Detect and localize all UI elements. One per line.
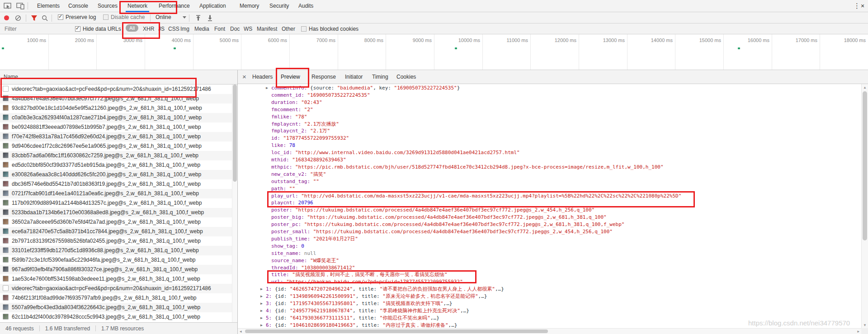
checkbox-checked-icon[interactable] bbox=[58, 14, 63, 20]
inspect-element-icon[interactable] bbox=[4, 2, 12, 9]
preserve-log-checkbox[interactable]: Preserve log bbox=[58, 14, 96, 21]
request-row[interactable]: 4a4db847e4aef36e407bdf3ec97cf772.jpeg@s_… bbox=[0, 94, 232, 103]
preview-horizontal-scrollbar[interactable]: ◂ ▸ bbox=[238, 328, 861, 334]
hide-data-urls-label[interactable]: Hide data URLs bbox=[83, 26, 121, 32]
device-toolbar-icon[interactable] bbox=[16, 2, 24, 9]
detail-tab-preview[interactable]: Preview bbox=[281, 74, 300, 80]
filter-type-other[interactable]: Other bbox=[282, 26, 295, 32]
request-row[interactable]: 62c11b4d2f400dc39789428ccc5c9943.jpeg@s_… bbox=[0, 312, 232, 322]
expand-arrow-icon[interactable]: ▶ bbox=[260, 286, 266, 293]
filter-type-all[interactable]: All bbox=[126, 25, 138, 31]
kebab-menu-icon[interactable]: ⋮ bbox=[854, 2, 860, 10]
detail-tab-initiator[interactable]: Initiator bbox=[345, 74, 363, 80]
request-row[interactable]: 967ad9f03efb4fa7906a886f830327ce.jpeg@s_… bbox=[0, 265, 232, 274]
request-row[interactable]: ed5dc02bbf850cf39d3377d51eb915da.jpeg@s_… bbox=[0, 160, 232, 170]
filter-input[interactable] bbox=[4, 25, 73, 33]
request-row[interactable]: e300826a6eaa3c8c140ddd626c5fc200.jpeg@s_… bbox=[0, 170, 232, 179]
filter-type-css[interactable]: CSS bbox=[168, 26, 179, 32]
detail-tab-cookies[interactable]: Cookies bbox=[396, 74, 416, 80]
main-tab-elements[interactable]: Elements bbox=[37, 3, 60, 9]
main-tab-memory[interactable]: Memory bbox=[240, 3, 259, 9]
filter-type-doc[interactable]: Doc bbox=[230, 26, 240, 32]
scrollbar-thumb[interactable] bbox=[245, 329, 548, 333]
scrollbar-thumb[interactable] bbox=[863, 91, 867, 240]
checkbox-checked-icon[interactable] bbox=[75, 26, 80, 32]
close-devtools-icon[interactable]: × bbox=[861, 2, 864, 9]
main-tab-console[interactable]: Console bbox=[68, 3, 88, 9]
request-row[interactable]: 74b6f213f1f08ad99de7f6935797afb9.jpeg@s_… bbox=[0, 293, 232, 303]
main-tab-application[interactable]: Application bbox=[199, 3, 226, 9]
has-blocked-cookies-label[interactable]: Has blocked cookies bbox=[309, 26, 359, 32]
filter-type-font[interactable]: Font bbox=[214, 26, 225, 32]
filter-type-js[interactable]: JS bbox=[158, 26, 165, 32]
main-tab-security[interactable]: Security bbox=[269, 3, 289, 9]
scroll-left-icon[interactable]: ◂ bbox=[240, 329, 242, 334]
expand-arrow-icon[interactable]: ▶ bbox=[260, 307, 266, 315]
filter-type-ws[interactable]: WS bbox=[244, 26, 252, 32]
request-row[interactable]: 0721f7fcab901df14ee1a40121a0ea6c.jpeg@s_… bbox=[0, 189, 232, 198]
main-tab-performance[interactable]: Performance bbox=[159, 3, 190, 9]
request-row[interactable]: 33101ef233ff59db1270d5c1d8936c88.jpeg@s_… bbox=[0, 246, 232, 255]
timeline-gridline bbox=[675, 34, 675, 70]
request-row[interactable]: 93c827bd00e18c1d104de5e9f5a21260.jpeg@s_… bbox=[0, 103, 232, 113]
throttling-select[interactable]: Online bbox=[156, 14, 186, 21]
request-row[interactable]: 117b092f09d889491a2144b84d13257c.jpeg@s_… bbox=[0, 198, 232, 208]
request-row[interactable]: 5507a99efbc43ed3da8034f36226643c.jpeg@s_… bbox=[0, 303, 232, 312]
expand-arrow-icon[interactable]: ▶ bbox=[260, 300, 266, 307]
request-row[interactable]: 9d9406cdee1f72c8c26967ee5e1a9065.jpeg@s_… bbox=[0, 141, 232, 151]
request-row[interactable]: ece6a7182470e57c5a8b371b41cc7844.jpeg@s_… bbox=[0, 227, 232, 236]
request-row[interactable]: 5233bdaa1b7134b6e1710e00368a8ed8.jpeg@s_… bbox=[0, 208, 232, 217]
disable-cache-checkbox[interactable]: Disable cache bbox=[103, 14, 145, 21]
request-row[interactable]: c0a0b3e3ca262934f40a1287cae271b4.jpeg@s_… bbox=[0, 113, 232, 122]
filter-type-selected-pill[interactable]: All bbox=[126, 24, 138, 32]
expand-arrow-icon[interactable]: ▶ bbox=[260, 315, 266, 322]
request-row[interactable]: 36502a7a8ceee95d360b7e5fd4f2a7ad.jpeg@s_… bbox=[0, 217, 232, 227]
preserve-log-label[interactable]: Preserve log bbox=[66, 14, 96, 20]
request-row[interactable]: be09248881ff3eeead07898e51b995b7.jpeg@s_… bbox=[0, 122, 232, 132]
filter-type-manifest[interactable]: Manifest bbox=[257, 26, 277, 32]
expand-arrow-icon[interactable]: ▶ bbox=[260, 322, 266, 328]
main-tab-network[interactable]: Network bbox=[127, 3, 147, 9]
expand-arrow-icon[interactable]: ▶ bbox=[260, 293, 266, 300]
main-tab-sources[interactable]: Sources bbox=[98, 3, 118, 9]
throttling-value[interactable]: Online bbox=[156, 14, 171, 20]
scroll-right-icon[interactable]: ▸ bbox=[857, 329, 859, 334]
filter-type-xhr[interactable]: XHR bbox=[143, 26, 154, 32]
request-row[interactable]: videorec?tab=gaoxiao&act=pcFeed&pd=pc&nu… bbox=[0, 284, 232, 293]
detail-tab-headers[interactable]: Headers bbox=[252, 74, 273, 80]
network-overview-strip[interactable]: 1000 ms2000 ms3000 ms4000 ms5000 ms6000 … bbox=[0, 34, 868, 70]
expand-arrow-icon[interactable]: ▶ bbox=[266, 85, 271, 92]
scrollbar-thumb[interactable] bbox=[233, 85, 237, 182]
request-row[interactable]: videorec?tab=gaoxiao&act=pcFeed&pd=pc&nu… bbox=[0, 85, 232, 94]
request-name: ed5dc02bbf850cf39d3377d51eb915da.jpeg@s_… bbox=[12, 162, 200, 168]
scroll-up-icon[interactable]: ▴ bbox=[862, 85, 868, 89]
request-row[interactable]: 83cbb57ad6a06fbc1ff16030862c7259.jpeg@s_… bbox=[0, 151, 232, 160]
checkbox-unchecked-icon[interactable] bbox=[103, 14, 108, 20]
close-detail-icon[interactable]: × bbox=[242, 73, 246, 80]
checkbox-unchecked-icon[interactable] bbox=[301, 26, 307, 32]
record-network-log-button[interactable] bbox=[4, 15, 9, 20]
disable-cache-label[interactable]: Disable cache bbox=[111, 14, 145, 20]
scroll-down-icon[interactable]: ▾ bbox=[862, 323, 868, 327]
main-tab-audits[interactable]: Audits bbox=[298, 3, 313, 9]
requests-scrollbar[interactable] bbox=[232, 85, 237, 322]
name-column-header[interactable]: Name bbox=[0, 70, 237, 85]
hide-data-urls-checkbox[interactable]: Hide data URLs bbox=[75, 26, 121, 33]
request-row[interactable]: f70e742f8e831a78a17c456d92e60d24.jpeg@s_… bbox=[0, 132, 232, 141]
preview-vertical-scrollbar[interactable]: ▴ ▾ bbox=[861, 84, 868, 328]
has-blocked-cookies-checkbox[interactable]: Has blocked cookies bbox=[301, 26, 359, 33]
filter-funnel-icon[interactable] bbox=[31, 15, 38, 21]
request-row[interactable]: 1ae53c4e7600bff5341598ab3edeee11.jpeg@s_… bbox=[0, 274, 232, 284]
import-har-icon[interactable] bbox=[195, 15, 201, 21]
request-row[interactable]: f589b72c3e1fcf5390efaa5c229d46fa.jpeg@s_… bbox=[0, 255, 232, 265]
export-har-icon[interactable] bbox=[207, 15, 213, 21]
search-icon[interactable] bbox=[42, 15, 48, 21]
request-row[interactable]: 2b7971c83139f2675598b526bfa02455.jpeg@s_… bbox=[0, 236, 232, 246]
filter-type-media[interactable]: Media bbox=[194, 26, 209, 32]
detail-tab-response[interactable]: Response bbox=[311, 74, 336, 80]
request-row[interactable]: dbc36f5746e6bd55421b7d01b8363f19.jpeg@s_… bbox=[0, 179, 232, 189]
filter-type-img[interactable]: Img bbox=[180, 26, 189, 32]
clear-network-log-icon[interactable] bbox=[15, 15, 21, 21]
detail-tab-timing[interactable]: Timing bbox=[372, 74, 388, 80]
json-key: mthpic: bbox=[271, 164, 295, 170]
